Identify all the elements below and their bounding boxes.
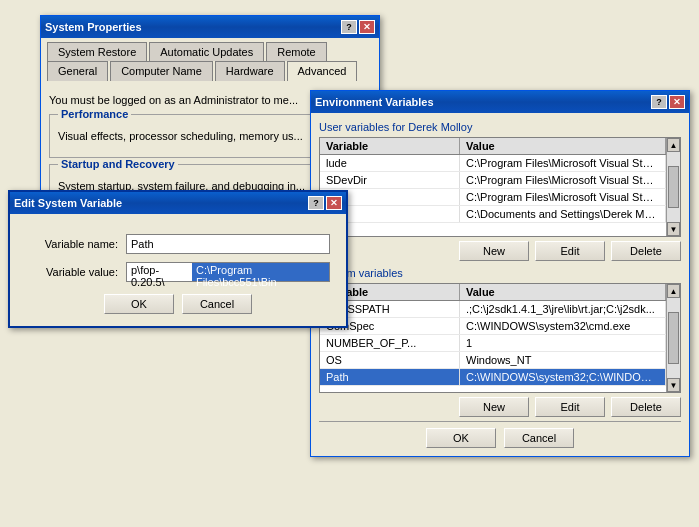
env-vars-title: Environment Variables xyxy=(315,96,434,108)
table-row[interactable]: ath C:\Program Files\Microsoft Visual St… xyxy=(320,189,666,206)
tab-system-restore[interactable]: System Restore xyxy=(47,42,147,61)
tab-computer-name[interactable]: Computer Name xyxy=(110,61,213,81)
sys-scroll-up-btn[interactable]: ▲ xyxy=(667,284,680,298)
user-vars-header: Variable Value xyxy=(320,138,666,155)
edit-var-titlebar: Edit System Variable ? ✕ xyxy=(10,192,346,214)
close-button[interactable]: ✕ xyxy=(359,20,375,34)
edit-ok-button[interactable]: OK xyxy=(104,294,174,314)
system-properties-title: System Properties xyxy=(45,21,142,33)
env-vars-content: User variables for Derek Molloy Variable… xyxy=(311,113,689,456)
env-close-button[interactable]: ✕ xyxy=(669,95,685,109)
sys-scroll-down-btn[interactable]: ▼ xyxy=(667,378,680,392)
var-value-prefix: p\fop-0.20.5\ xyxy=(127,263,192,281)
system-vars-label: System variables xyxy=(319,267,681,279)
sys-scroll-thumb[interactable] xyxy=(668,312,679,364)
table-row[interactable]: MP C:\Documents and Settings\Derek Mollo… xyxy=(320,206,666,223)
scroll-thumb[interactable] xyxy=(668,166,679,208)
user-vars-scrollbar[interactable]: ▲ ▼ xyxy=(666,138,680,236)
scroll-down-btn[interactable]: ▼ xyxy=(667,222,680,236)
scroll-up-btn[interactable]: ▲ xyxy=(667,138,680,152)
env-cancel-button[interactable]: Cancel xyxy=(504,428,574,448)
env-ok-button[interactable]: OK xyxy=(426,428,496,448)
user-vars-label: User variables for Derek Molloy xyxy=(319,121,681,133)
tab-remote[interactable]: Remote xyxy=(266,42,327,61)
var-name-label: Variable name: xyxy=(26,238,126,250)
sys-edit-button[interactable]: Edit xyxy=(535,397,605,417)
edit-close-button[interactable]: ✕ xyxy=(326,196,342,210)
user-delete-button[interactable]: Delete xyxy=(611,241,681,261)
user-edit-button[interactable]: Edit xyxy=(535,241,605,261)
env-help-button[interactable]: ? xyxy=(651,95,667,109)
sys-new-button[interactable]: New xyxy=(459,397,529,417)
tab-automatic-updates[interactable]: Automatic Updates xyxy=(149,42,264,61)
table-row[interactable]: OS Windows_NT xyxy=(320,352,666,369)
system-vars-list: Variable Value CLASSPATH .;C:\j2sdk1.4.1… xyxy=(319,283,681,393)
sys-val-col: Value xyxy=(460,284,666,300)
var-value-row: Variable value: p\fop-0.20.5\C:\Program … xyxy=(26,262,330,282)
edit-cancel-button[interactable]: Cancel xyxy=(182,294,252,314)
tabs-row-2: General Computer Name Hardware Advanced xyxy=(41,61,379,81)
user-vars-list: Variable Value lude C:\Program Files\Mic… xyxy=(319,137,681,237)
edit-help-button[interactable]: ? xyxy=(308,196,324,210)
table-row[interactable]: Path C:\WINDOWS\system32;C:\WINDOWS;... xyxy=(320,369,666,386)
table-row[interactable]: CLASSPATH .;C:\j2sdk1.4.1_3\jre\lib\rt.j… xyxy=(320,301,666,318)
environment-variables-window: Environment Variables ? ✕ User variables… xyxy=(310,90,690,457)
edit-var-title: Edit System Variable xyxy=(14,197,122,209)
edit-system-variable-window: Edit System Variable ? ✕ Variable name: … xyxy=(8,190,348,328)
table-row[interactable]: SDevDir C:\Program Files\Microsoft Visua… xyxy=(320,172,666,189)
help-button[interactable]: ? xyxy=(341,20,357,34)
sys-delete-button[interactable]: Delete xyxy=(611,397,681,417)
system-vars-header: Variable Value xyxy=(320,284,666,301)
var-value-highlight: C:\Program Files\bcc551\Bin xyxy=(192,263,329,281)
tab-advanced[interactable]: Advanced xyxy=(287,61,358,81)
env-vars-titlebar: Environment Variables ? ✕ xyxy=(311,91,689,113)
tabs-row-1: System Restore Automatic Updates Remote xyxy=(41,38,379,61)
user-val-col: Value xyxy=(460,138,666,154)
system-properties-titlebar: System Properties ? ✕ xyxy=(41,16,379,38)
var-value-label: Variable value: xyxy=(26,266,126,278)
table-row[interactable]: ComSpec C:\WINDOWS\system32\cmd.exe xyxy=(320,318,666,335)
user-var-col: Variable xyxy=(320,138,460,154)
edit-var-content: Variable name: Variable value: p\fop-0.2… xyxy=(10,214,346,326)
system-vars-scrollbar[interactable]: ▲ ▼ xyxy=(666,284,680,392)
performance-label: Performance xyxy=(58,108,131,120)
var-name-input[interactable] xyxy=(126,234,330,254)
startup-recovery-label: Startup and Recovery xyxy=(58,158,178,170)
tab-general[interactable]: General xyxy=(47,61,108,81)
user-new-button[interactable]: New xyxy=(459,241,529,261)
table-row[interactable]: NUMBER_OF_P... 1 xyxy=(320,335,666,352)
tab-hardware[interactable]: Hardware xyxy=(215,61,285,81)
var-name-row: Variable name: xyxy=(26,234,330,254)
table-row[interactable]: lude C:\Program Files\Microsoft Visual S… xyxy=(320,155,666,172)
